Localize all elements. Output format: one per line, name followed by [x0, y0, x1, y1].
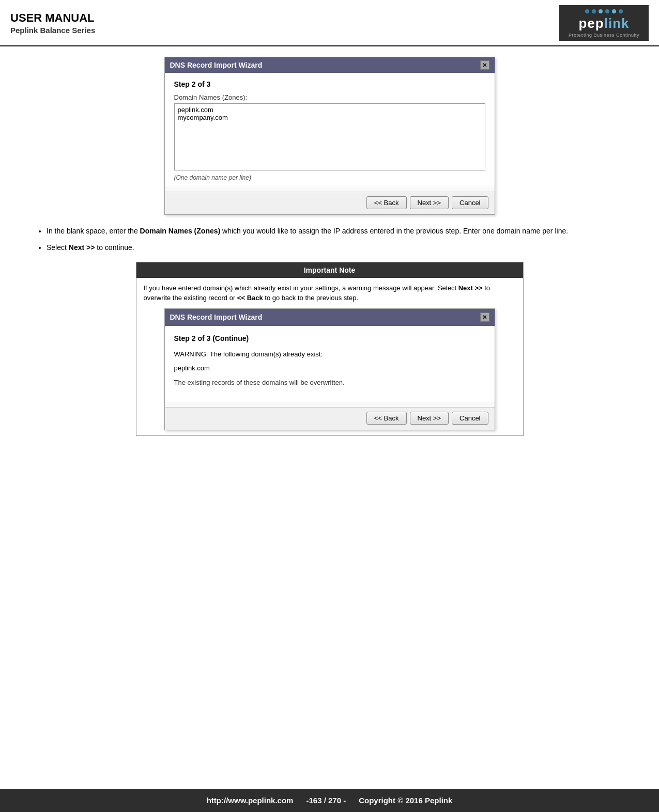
wizard2-body: Step 2 of 3 (Continue) WARNING: The foll…: [165, 326, 495, 402]
wizard1-title: DNS Record Import Wizard: [170, 61, 263, 69]
logo-dot-1: [585, 9, 589, 13]
logo-area: pep link Protecting Business Continuity: [559, 5, 649, 41]
wizard2-overwrite-msg: The existing records of these domains wi…: [174, 378, 485, 388]
wizard2-titlebar: DNS Record Import Wizard ✕: [165, 309, 495, 326]
page-subtitle: Peplink Balance Series: [10, 26, 95, 35]
main-content: DNS Record Import Wizard ✕ Step 2 of 3 D…: [0, 46, 659, 789]
logo-link: link: [604, 15, 630, 32]
wizard1-body: Step 2 of 3 Domain Names (Zones): peplin…: [165, 73, 495, 186]
bullet-item-2: Select Next >> to continue.: [47, 242, 628, 253]
dns-wizard-1: DNS Record Import Wizard ✕ Step 2 of 3 D…: [164, 57, 495, 215]
important-note-box: Important Note If you have entered domai…: [136, 262, 524, 436]
bullet1-suffix: which you would like to assign the IP ad…: [220, 227, 568, 235]
wizard1-cancel-button[interactable]: Cancel: [452, 196, 488, 209]
bullet-item-1: In the blank space, enter the Domain Nam…: [47, 225, 628, 237]
wizard1-next-button[interactable]: Next >>: [410, 196, 449, 209]
bullet2-suffix: to continue.: [95, 243, 134, 252]
important-note-text: If you have entered domain(s) which alre…: [144, 283, 516, 303]
bullet2-bold: Next >>: [69, 243, 95, 252]
bullet-list: In the blank space, enter the Domain Nam…: [47, 225, 628, 254]
page-title: USER MANUAL: [10, 11, 95, 25]
note-prefix: If you have entered domain(s) which alre…: [144, 284, 458, 292]
wizard2-close-button[interactable]: ✕: [480, 313, 489, 322]
logo-tagline: Protecting Business Continuity: [569, 33, 639, 38]
wizard1-domain-label: Domain Names (Zones):: [174, 93, 485, 101]
logo-dot-3: [599, 9, 603, 13]
bullet2-prefix: Select: [47, 243, 69, 252]
important-note-body: If you have entered domain(s) which alre…: [136, 278, 523, 431]
logo-dot-2: [592, 9, 596, 13]
wizard1-hint: (One domain name per line): [174, 174, 485, 181]
logo-box: pep link Protecting Business Continuity: [559, 5, 649, 41]
wizard2-domain: peplink.com: [174, 363, 485, 373]
footer-url: http://www.peplink.com: [207, 796, 294, 805]
wizard1-titlebar: DNS Record Import Wizard ✕: [165, 57, 495, 73]
wizard2-cancel-button[interactable]: Cancel: [452, 412, 488, 425]
logo-pep: pep: [578, 15, 604, 32]
page-header: USER MANUAL Peplink Balance Series pep l…: [0, 0, 659, 46]
wizard1-step: Step 2 of 3: [174, 80, 485, 88]
logo-text: pep link: [578, 15, 629, 32]
logo-dots: [585, 9, 623, 13]
wizard1-close-button[interactable]: ✕: [480, 60, 489, 70]
logo-dot-4: [605, 9, 609, 13]
logo-dot-5: [612, 9, 616, 13]
wizard2-step: Step 2 of 3 (Continue): [174, 333, 485, 344]
important-note-header: Important Note: [136, 262, 523, 278]
note-bold2: << Back: [237, 294, 263, 302]
wizard2-back-button[interactable]: << Back: [366, 412, 407, 425]
logo-dot-6: [619, 9, 623, 13]
header-text: USER MANUAL Peplink Balance Series: [10, 11, 95, 35]
note-suffix: to go back to the previous step.: [263, 294, 358, 302]
page-footer: http://www.peplink.com -163 / 270 - Copy…: [0, 789, 659, 812]
footer-copyright: Copyright © 2016 Peplink: [359, 796, 452, 805]
wizard1-footer: << Back Next >> Cancel: [165, 192, 495, 214]
wizard1-domain-textarea[interactable]: peplink.com mycompany.com: [174, 103, 485, 170]
note-bold1: Next >>: [458, 284, 483, 292]
wizard2-warning: WARNING: The following domain(s) already…: [174, 349, 485, 360]
bullet1-bold: Domain Names (Zones): [140, 227, 221, 235]
wizard1-back-button[interactable]: << Back: [366, 196, 407, 209]
wizard2-footer: << Back Next >> Cancel: [165, 407, 495, 430]
wizard2-title: DNS Record Import Wizard: [170, 312, 263, 323]
bullet1-prefix: In the blank space, enter the: [47, 227, 140, 235]
footer-page: -163 / 270 -: [306, 796, 346, 805]
wizard2-next-button[interactable]: Next >>: [410, 412, 449, 425]
dns-wizard-2: DNS Record Import Wizard ✕ Step 2 of 3 (…: [164, 308, 495, 431]
